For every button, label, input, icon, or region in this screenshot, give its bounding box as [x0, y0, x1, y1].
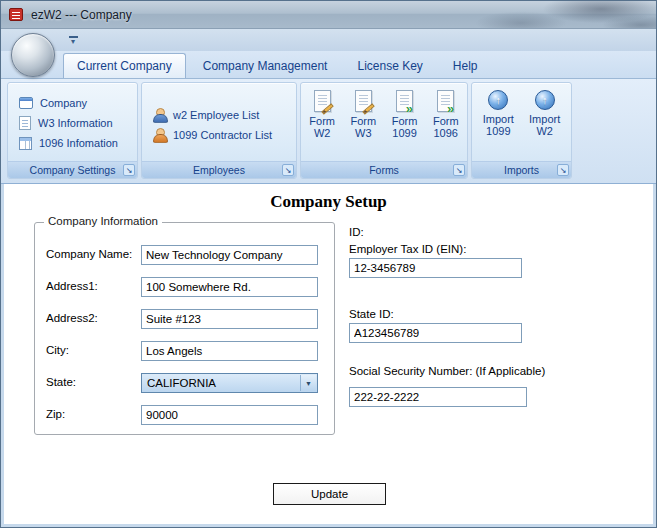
chevron-down-icon: ▾	[71, 38, 75, 45]
ribbon-item-w2-employee-list[interactable]: w2 Employee List	[142, 105, 296, 125]
app-window: ezW2 --- Company ▾ Current Company Compa…	[0, 0, 657, 528]
form-w2-button[interactable]: Form W2	[302, 90, 342, 139]
ribbon-item-label: 1099 Contractor List	[173, 129, 272, 141]
ribbon-item-company[interactable]: Company	[8, 93, 137, 113]
state-select-value: CALIFORNIA	[147, 377, 216, 389]
zip-label: Zip:	[46, 408, 65, 420]
form-arrows-icon: »	[396, 90, 413, 112]
button-label-line2: W2	[309, 127, 335, 139]
company-setup-panel: Company Setup Company Information Compan…	[4, 184, 653, 524]
group-label: Imports	[504, 164, 539, 176]
group-footer-company-settings: Company Settings ↘	[8, 161, 137, 178]
address1-label: Address1:	[46, 280, 98, 292]
app-icon	[9, 8, 23, 21]
ribbon: Company W3 Information 1096 Infomation C…	[1, 79, 656, 184]
button-label-line1: Import	[483, 113, 514, 125]
import-globe-icon: ↑	[488, 90, 508, 110]
dialog-launcher-icon[interactable]: ↘	[453, 164, 465, 176]
tab-help[interactable]: Help	[440, 55, 491, 78]
state-id-input[interactable]	[349, 323, 522, 343]
title-bar[interactable]: ezW2 --- Company	[1, 1, 656, 29]
groupbox-legend: Company Information	[44, 215, 162, 227]
button-label-line1: Form	[309, 115, 335, 127]
group-footer-imports: Imports ↘	[472, 161, 571, 178]
ribbon-group-company-settings: Company W3 Information 1096 Infomation C…	[7, 82, 138, 179]
ribbon-tab-bar: Current Company Company Management Licen…	[1, 51, 656, 79]
button-label-line1: Form	[351, 115, 377, 127]
id-section-heading: ID:	[349, 226, 364, 238]
state-label: State:	[46, 376, 76, 388]
button-label-line2: W2	[529, 125, 560, 137]
ein-label: Employer Tax ID (EIN):	[349, 243, 466, 255]
combo-arrow-icon[interactable]: ▼	[300, 375, 316, 391]
form-1096-grid-icon	[19, 137, 32, 150]
form-pencil-icon	[355, 90, 372, 112]
company-information-groupbox: Company Information Company Name: Addres…	[34, 222, 335, 435]
form-1096-button[interactable]: » Form 1096	[426, 90, 466, 139]
import-w2-button[interactable]: ↑ Import W2	[525, 90, 565, 137]
ribbon-group-employees: w2 Employee List 1099 Contractor List Em…	[141, 82, 297, 179]
tab-current-company[interactable]: Current Company	[63, 53, 186, 78]
group-label: Employees	[193, 164, 245, 176]
contractor-person-icon	[153, 128, 166, 143]
form-arrows-icon: »	[437, 90, 454, 112]
form-1099-button[interactable]: » Form 1099	[385, 90, 425, 139]
ribbon-item-1096-information[interactable]: 1096 Infomation	[8, 133, 137, 153]
ribbon-item-w3-information[interactable]: W3 Information	[8, 113, 137, 133]
ribbon-group-forms: Form W2 Form W3 » Form 1099	[300, 82, 468, 179]
button-label-line2: 1099	[392, 127, 418, 139]
form-pencil-icon	[314, 90, 331, 112]
ribbon-group-imports: ↑ Import 1099 ↑ Import W2 Imports ↘	[471, 82, 572, 179]
ein-input[interactable]	[349, 258, 522, 278]
city-input[interactable]	[141, 341, 318, 361]
update-button[interactable]: Update	[273, 483, 386, 505]
qat-customize-dropdown[interactable]: ▾	[65, 33, 81, 47]
ssn-label: Social Security Number: (If Applicable)	[349, 365, 545, 377]
button-label-line1: Import	[529, 113, 560, 125]
company-name-input[interactable]	[141, 245, 318, 265]
employee-person-icon	[153, 108, 166, 123]
import-globe-icon: ↑	[535, 90, 555, 110]
button-label-line1: Form	[392, 115, 418, 127]
application-menu-orb[interactable]	[11, 33, 55, 77]
w3-document-icon	[19, 116, 31, 130]
import-1099-button[interactable]: ↑ Import 1099	[478, 90, 518, 137]
dialog-launcher-icon[interactable]: ↘	[557, 164, 569, 176]
group-label: Company Settings	[30, 164, 116, 176]
ribbon-item-label: W3 Information	[38, 117, 113, 129]
ribbon-item-1099-contractor-list[interactable]: 1099 Contractor List	[142, 125, 296, 145]
button-label-line2: W3	[351, 127, 377, 139]
address2-input[interactable]	[141, 309, 318, 329]
dialog-launcher-icon[interactable]: ↘	[123, 164, 135, 176]
window-title: ezW2 --- Company	[31, 8, 132, 22]
address2-label: Address2:	[46, 312, 98, 324]
dialog-launcher-icon[interactable]: ↘	[282, 164, 294, 176]
state-id-label: State ID:	[349, 308, 394, 320]
company-icon	[19, 97, 33, 109]
ssn-input[interactable]	[349, 387, 527, 407]
quick-access-toolbar: ▾	[1, 29, 656, 51]
group-footer-forms: Forms ↘	[301, 161, 467, 178]
state-select[interactable]: CALIFORNIA ▼	[141, 373, 318, 393]
page-title: Company Setup	[4, 192, 653, 212]
zip-input[interactable]	[141, 405, 318, 425]
ribbon-item-label: w2 Employee List	[173, 109, 259, 121]
company-name-label: Company Name:	[46, 248, 132, 260]
tab-company-management[interactable]: Company Management	[190, 55, 341, 78]
button-label-line2: 1099	[483, 125, 514, 137]
window-frame: Company Setup Company Information Compan…	[1, 184, 656, 527]
button-label-line2: 1096	[433, 127, 459, 139]
group-label: Forms	[369, 164, 399, 176]
group-footer-employees: Employees ↘	[142, 161, 296, 178]
button-label-line1: Form	[433, 115, 459, 127]
form-w3-button[interactable]: Form W3	[343, 90, 383, 139]
ribbon-item-label: Company	[40, 97, 87, 109]
tab-license-key[interactable]: License Key	[344, 55, 435, 78]
city-label: City:	[46, 344, 69, 356]
ribbon-item-label: 1096 Infomation	[39, 137, 118, 149]
address1-input[interactable]	[141, 277, 318, 297]
